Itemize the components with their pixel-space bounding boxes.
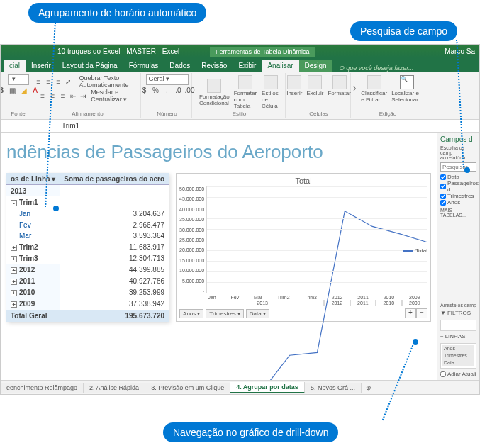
- tab-design[interactable]: Design: [299, 60, 332, 72]
- align-bot-icon[interactable]: ≡: [55, 77, 62, 86]
- align-top-icon[interactable]: ≡: [35, 77, 42, 86]
- autosum-icon[interactable]: Σ: [352, 84, 359, 94]
- sheettab-4[interactable]: 4. Agrupar por datas: [230, 382, 305, 393]
- pivot-row-label[interactable]: Fev: [6, 219, 60, 230]
- align-right-icon[interactable]: ≡: [60, 91, 67, 101]
- tellme[interactable]: O que você deseja fazer...: [332, 65, 475, 72]
- zone-field[interactable]: Data: [442, 359, 474, 366]
- tablestyle-btn[interactable]: Formatar como Tabela: [233, 74, 259, 110]
- find-btn[interactable]: 🔍Localizar e Selecionar: [390, 74, 423, 103]
- defer-check[interactable]: [440, 371, 446, 377]
- field-check[interactable]: [440, 200, 446, 206]
- field-check[interactable]: [440, 194, 446, 199]
- inc-dec-icon[interactable]: .0: [174, 85, 184, 95]
- numfmt-combo[interactable]: Geral ▾: [146, 74, 189, 85]
- group-edicao: Edição: [379, 111, 396, 118]
- zone-field[interactable]: Trimestres: [442, 352, 474, 359]
- expand-icon[interactable]: +: [11, 301, 17, 308]
- pivot-row-label[interactable]: +Trim3: [6, 253, 60, 264]
- field-search-input[interactable]: [440, 162, 476, 172]
- group-estilo: Estilo: [233, 111, 247, 118]
- comma-icon[interactable]: ,: [162, 85, 172, 95]
- pivot-row-label[interactable]: +2010: [6, 287, 60, 298]
- pivot-row-label[interactable]: +2009: [6, 298, 60, 310]
- sheettab-5[interactable]: 5. Novos Grá ...: [305, 383, 362, 393]
- field-check[interactable]: [440, 184, 446, 189]
- pivot-chart[interactable]: Total 50.000.00045.000.00040.000.00035.0…: [176, 173, 431, 322]
- indent-inc-icon[interactable]: ⇥: [79, 91, 86, 101]
- zone-field[interactable]: Anos: [442, 345, 474, 352]
- expand-icon[interactable]: -: [11, 200, 17, 206]
- tab-home[interactable]: cial: [4, 60, 26, 72]
- wraptext-btn[interactable]: Quebrar Texto Automaticamente: [79, 74, 140, 89]
- pivot-row-value: 44.399.885: [60, 264, 169, 276]
- cellstyle-btn[interactable]: Estilos de Célula: [260, 74, 281, 110]
- pivot-col1[interactable]: os de Linha ▾: [6, 173, 60, 185]
- fx-content[interactable]: Trim1: [57, 122, 84, 130]
- fillcolor-icon[interactable]: ◢: [19, 85, 29, 95]
- sheettab-new[interactable]: ⊕: [362, 383, 376, 393]
- field-list-pane: Campos d Escolha os camp ao relatório: D…: [437, 133, 479, 380]
- tab-formulas[interactable]: Fórmulas: [123, 60, 164, 72]
- indent-dec-icon[interactable]: ⇤: [69, 91, 77, 101]
- percent-icon[interactable]: %: [151, 85, 161, 95]
- field-item[interactable]: Data: [440, 174, 476, 180]
- pivot-row-label[interactable]: -Trim1: [6, 196, 60, 208]
- delete-btn[interactable]: Excluir: [305, 74, 325, 97]
- tab-exibir[interactable]: Exibir: [233, 60, 262, 72]
- align-left-icon[interactable]: ≡: [39, 91, 46, 101]
- bold-icon[interactable]: B: [0, 85, 6, 95]
- expand-icon[interactable]: +: [11, 245, 17, 251]
- expand-icon[interactable]: +: [11, 290, 17, 296]
- merge-btn[interactable]: Mesclar e Centralizar ▾: [91, 89, 136, 103]
- zone-filtros-label: ▼ FILTROS: [440, 310, 476, 316]
- pivot-row-label[interactable]: +2011: [6, 276, 60, 287]
- pivot-table[interactable]: os de Linha ▾ Soma de passageiros do aer…: [6, 173, 169, 322]
- chart-title: Total: [179, 177, 427, 185]
- pivot-row-label[interactable]: Mar: [6, 230, 60, 242]
- field-drag-hint: Arraste os camp: [440, 303, 476, 308]
- field-item[interactable]: Passageiros d: [440, 180, 476, 193]
- currency-icon[interactable]: $: [140, 85, 150, 95]
- chart-line-svg: [207, 186, 427, 380]
- insert-btn[interactable]: Inserir: [285, 74, 303, 97]
- group-fonte: Fonte: [11, 111, 25, 118]
- expand-icon[interactable]: +: [11, 256, 17, 262]
- legend-swatch: [403, 250, 413, 252]
- pivot-row-label[interactable]: 2013: [6, 185, 60, 197]
- sheettab-3[interactable]: 3. Previsão em um Clique: [145, 383, 230, 393]
- titlebar: 10 truques do Excel - MASTER - Excel Fer…: [1, 45, 479, 57]
- format-btn[interactable]: Formatar: [326, 74, 352, 97]
- sheettab-2[interactable]: 2. Análise Rápida: [84, 383, 145, 393]
- pivot-row-label[interactable]: +2012: [6, 264, 60, 276]
- pivot-row-label[interactable]: Jan: [6, 208, 60, 219]
- orientation-icon[interactable]: ⤢: [65, 77, 72, 86]
- field-item[interactable]: Anos: [440, 199, 476, 206]
- zone-filtros[interactable]: [440, 320, 476, 331]
- cellstyle-icon: [264, 75, 278, 89]
- pivot-row-value: 11.683.917: [60, 242, 169, 253]
- pivot-row-label[interactable]: +Trim2: [6, 242, 60, 253]
- sheettab-1[interactable]: eenchimento Relâmpago: [1, 383, 84, 393]
- tab-dados[interactable]: Dados: [164, 60, 196, 72]
- tab-analisar[interactable]: Analisar: [262, 60, 298, 72]
- callout-dot-drilldown: [413, 339, 418, 345]
- field-label: Anos: [447, 199, 460, 206]
- border-icon[interactable]: ▦: [8, 85, 18, 95]
- format-icon: [332, 75, 347, 89]
- field-check[interactable]: [440, 174, 446, 180]
- expand-icon[interactable]: +: [11, 279, 17, 285]
- filter-anos[interactable]: Anos ▾: [179, 309, 203, 318]
- condformat-btn[interactable]: Formatação Condicional: [198, 78, 231, 107]
- font-size-combo[interactable]: ▾: [8, 74, 29, 85]
- zone-linhas[interactable]: AnosTrimestresData: [440, 343, 476, 369]
- field-hint: Escolha os camp ao relatório:: [440, 145, 476, 160]
- chart-yaxis: 50.000.00045.000.00040.000.00035.000.000…: [179, 186, 206, 293]
- fields-more-tables[interactable]: MAIS TABELAS...: [440, 208, 476, 218]
- sort-btn[interactable]: Classificar e Filtrar: [359, 74, 388, 103]
- tab-revisao[interactable]: Revisão: [196, 60, 233, 72]
- tab-layout[interactable]: Layout da Página: [57, 60, 123, 72]
- expand-icon[interactable]: +: [11, 267, 17, 274]
- field-item[interactable]: Trimestres: [440, 193, 476, 199]
- pivot-total-val: 195.673.720: [60, 310, 169, 322]
